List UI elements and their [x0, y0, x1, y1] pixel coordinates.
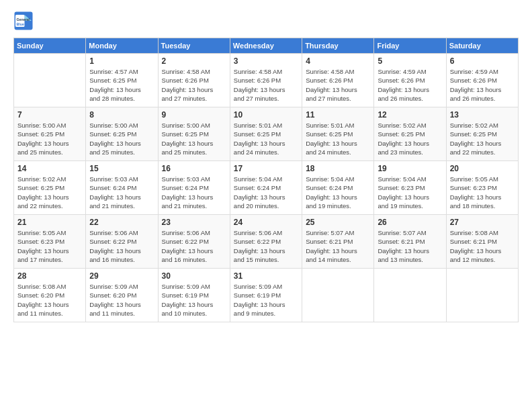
- day-number: 15: [89, 164, 154, 173]
- calendar-cell: [374, 269, 446, 322]
- day-number: 14: [17, 164, 82, 173]
- day-number: 3: [234, 56, 298, 66]
- svg-text:Blue: Blue: [17, 22, 24, 26]
- day-number: 16: [162, 164, 226, 173]
- calendar-cell: 14Sunrise: 5:02 AMSunset: 6:25 PMDayligh…: [14, 161, 86, 215]
- day-info: Sunrise: 5:07 AMSunset: 6:21 PMDaylight:…: [306, 228, 370, 264]
- day-info: Sunrise: 5:02 AMSunset: 6:25 PMDaylight:…: [450, 121, 515, 156]
- day-info: Sunrise: 5:08 AMSunset: 6:21 PMDaylight:…: [450, 228, 515, 264]
- day-number: 28: [17, 271, 82, 281]
- calendar-cell: 30Sunrise: 5:09 AMSunset: 6:19 PMDayligh…: [158, 269, 230, 322]
- weekday-header-thursday: Thursday: [302, 38, 374, 54]
- day-number: 21: [17, 218, 82, 227]
- day-number: 10: [234, 110, 298, 120]
- day-info: Sunrise: 4:58 AMSunset: 6:26 PMDaylight:…: [234, 67, 298, 103]
- weekday-header-wednesday: Wednesday: [230, 38, 302, 54]
- calendar-table: SundayMondayTuesdayWednesdayThursdayFrid…: [13, 38, 519, 322]
- day-info: Sunrise: 5:02 AMSunset: 6:25 PMDaylight:…: [17, 175, 82, 210]
- calendar-cell: 26Sunrise: 5:07 AMSunset: 6:21 PMDayligh…: [374, 215, 446, 269]
- weekday-header-tuesday: Tuesday: [158, 38, 230, 54]
- day-number: 31: [234, 271, 298, 281]
- day-number: 24: [234, 218, 298, 227]
- week-row-1: 1Sunrise: 4:57 AMSunset: 6:25 PMDaylight…: [14, 54, 519, 107]
- weekday-header-friday: Friday: [374, 38, 446, 54]
- day-info: Sunrise: 5:09 AMSunset: 6:19 PMDaylight:…: [162, 282, 226, 318]
- week-row-3: 14Sunrise: 5:02 AMSunset: 6:25 PMDayligh…: [14, 161, 519, 215]
- week-row-5: 28Sunrise: 5:08 AMSunset: 6:20 PMDayligh…: [14, 269, 519, 322]
- calendar-cell: 1Sunrise: 4:57 AMSunset: 6:25 PMDaylight…: [86, 54, 158, 107]
- calendar-cell: 31Sunrise: 5:09 AMSunset: 6:19 PMDayligh…: [230, 269, 302, 322]
- day-number: 5: [378, 56, 442, 66]
- calendar-cell: 23Sunrise: 5:06 AMSunset: 6:22 PMDayligh…: [158, 215, 230, 269]
- day-info: Sunrise: 4:58 AMSunset: 6:26 PMDaylight:…: [162, 67, 226, 103]
- day-number: 2: [162, 56, 226, 66]
- week-row-2: 7Sunrise: 5:00 AMSunset: 6:25 PMDaylight…: [14, 107, 519, 161]
- logo: General Blue: [13, 11, 34, 31]
- day-info: Sunrise: 5:07 AMSunset: 6:21 PMDaylight:…: [378, 228, 442, 264]
- day-number: 27: [450, 218, 515, 227]
- weekday-header-saturday: Saturday: [446, 38, 518, 54]
- calendar-cell: 10Sunrise: 5:01 AMSunset: 6:25 PMDayligh…: [230, 107, 302, 161]
- day-info: Sunrise: 5:08 AMSunset: 6:20 PMDaylight:…: [17, 282, 82, 318]
- day-info: Sunrise: 5:09 AMSunset: 6:20 PMDaylight:…: [89, 282, 154, 318]
- calendar-cell: 8Sunrise: 5:00 AMSunset: 6:25 PMDaylight…: [86, 107, 158, 161]
- day-number: 9: [162, 110, 226, 120]
- calendar-cell: 22Sunrise: 5:06 AMSunset: 6:22 PMDayligh…: [86, 215, 158, 269]
- calendar-cell: [14, 54, 86, 107]
- day-number: 12: [378, 110, 442, 120]
- calendar-cell: 16Sunrise: 5:03 AMSunset: 6:24 PMDayligh…: [158, 161, 230, 215]
- calendar-cell: 5Sunrise: 4:59 AMSunset: 6:26 PMDaylight…: [374, 54, 446, 107]
- day-number: 23: [162, 218, 226, 227]
- calendar-cell: 2Sunrise: 4:58 AMSunset: 6:26 PMDaylight…: [158, 54, 230, 107]
- day-info: Sunrise: 5:04 AMSunset: 6:24 PMDaylight:…: [234, 175, 298, 210]
- calendar-cell: 20Sunrise: 5:05 AMSunset: 6:23 PMDayligh…: [446, 161, 518, 215]
- week-row-4: 21Sunrise: 5:05 AMSunset: 6:23 PMDayligh…: [14, 215, 519, 269]
- day-info: Sunrise: 5:00 AMSunset: 6:25 PMDaylight:…: [89, 121, 154, 156]
- calendar-cell: 17Sunrise: 5:04 AMSunset: 6:24 PMDayligh…: [230, 161, 302, 215]
- day-info: Sunrise: 5:09 AMSunset: 6:19 PMDaylight:…: [234, 282, 298, 318]
- logo-icon: General Blue: [13, 11, 34, 31]
- day-info: Sunrise: 5:01 AMSunset: 6:25 PMDaylight:…: [234, 121, 298, 156]
- day-number: 22: [89, 218, 154, 227]
- day-info: Sunrise: 5:04 AMSunset: 6:23 PMDaylight:…: [378, 175, 442, 210]
- calendar-cell: [446, 269, 518, 322]
- calendar-cell: 4Sunrise: 4:58 AMSunset: 6:26 PMDaylight…: [302, 54, 374, 107]
- day-number: 30: [162, 271, 226, 281]
- day-info: Sunrise: 5:05 AMSunset: 6:23 PMDaylight:…: [17, 228, 82, 264]
- header: General Blue: [13, 11, 519, 31]
- day-number: 17: [234, 164, 298, 173]
- day-number: 13: [450, 110, 515, 120]
- day-number: 25: [306, 218, 370, 227]
- day-number: 8: [89, 110, 154, 120]
- weekday-header-monday: Monday: [86, 38, 158, 54]
- day-number: 20: [450, 164, 515, 173]
- svg-text:General: General: [17, 17, 30, 21]
- day-number: 29: [89, 271, 154, 281]
- day-number: 7: [17, 110, 82, 120]
- calendar-cell: 12Sunrise: 5:02 AMSunset: 6:25 PMDayligh…: [374, 107, 446, 161]
- calendar-cell: 18Sunrise: 5:04 AMSunset: 6:24 PMDayligh…: [302, 161, 374, 215]
- calendar-cell: 19Sunrise: 5:04 AMSunset: 6:23 PMDayligh…: [374, 161, 446, 215]
- calendar-cell: 13Sunrise: 5:02 AMSunset: 6:25 PMDayligh…: [446, 107, 518, 161]
- day-number: 6: [450, 56, 515, 66]
- day-info: Sunrise: 5:00 AMSunset: 6:25 PMDaylight:…: [162, 121, 226, 156]
- page: General Blue SundayMondayTuesdayWednesda…: [0, 0, 532, 329]
- calendar-cell: 11Sunrise: 5:01 AMSunset: 6:25 PMDayligh…: [302, 107, 374, 161]
- day-info: Sunrise: 4:58 AMSunset: 6:26 PMDaylight:…: [306, 67, 370, 103]
- day-number: 11: [306, 110, 370, 120]
- weekday-header-sunday: Sunday: [14, 38, 86, 54]
- day-number: 19: [378, 164, 442, 173]
- calendar-cell: 28Sunrise: 5:08 AMSunset: 6:20 PMDayligh…: [14, 269, 86, 322]
- day-info: Sunrise: 5:05 AMSunset: 6:23 PMDaylight:…: [450, 175, 515, 210]
- calendar-cell: 24Sunrise: 5:06 AMSunset: 6:22 PMDayligh…: [230, 215, 302, 269]
- calendar-cell: [302, 269, 374, 322]
- calendar-cell: 15Sunrise: 5:03 AMSunset: 6:24 PMDayligh…: [86, 161, 158, 215]
- calendar-cell: 3Sunrise: 4:58 AMSunset: 6:26 PMDaylight…: [230, 54, 302, 107]
- day-info: Sunrise: 5:01 AMSunset: 6:25 PMDaylight:…: [306, 121, 370, 156]
- day-number: 1: [89, 56, 154, 66]
- day-info: Sunrise: 5:06 AMSunset: 6:22 PMDaylight:…: [234, 228, 298, 264]
- calendar-cell: 21Sunrise: 5:05 AMSunset: 6:23 PMDayligh…: [14, 215, 86, 269]
- day-number: 18: [306, 164, 370, 173]
- day-number: 4: [306, 56, 370, 66]
- calendar-cell: 7Sunrise: 5:00 AMSunset: 6:25 PMDaylight…: [14, 107, 86, 161]
